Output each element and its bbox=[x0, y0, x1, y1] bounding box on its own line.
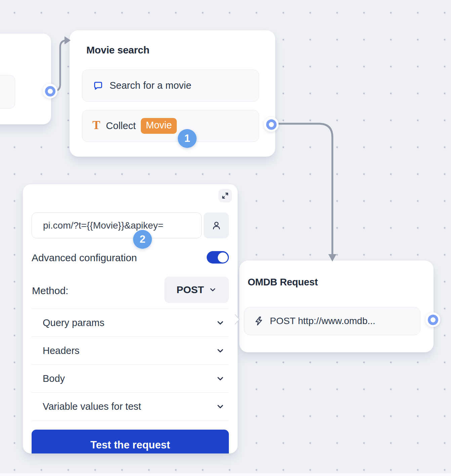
toggle-knob bbox=[218, 252, 228, 263]
text-icon: T bbox=[92, 119, 100, 131]
webhook-settings-panel[interactable]: 2 Advanced configuration Method: POST Qu… bbox=[23, 184, 238, 453]
flow-canvas[interactable]: Movie search Search for a movie T Collec… bbox=[0, 0, 451, 476]
partial-left-node[interactable] bbox=[0, 34, 51, 124]
omdb-request-title: OMDB Request bbox=[248, 277, 318, 288]
port-left-node-output[interactable] bbox=[43, 84, 57, 98]
test-request-button[interactable]: Test the request bbox=[32, 430, 229, 453]
chevron-down-icon bbox=[216, 402, 225, 411]
user-variable-button[interactable] bbox=[204, 212, 229, 238]
expand-icon bbox=[221, 191, 230, 200]
port-ring bbox=[428, 315, 438, 325]
method-label: Method: bbox=[32, 285, 68, 296]
lightning-icon bbox=[253, 316, 264, 326]
partial-left-block[interactable] bbox=[0, 75, 15, 109]
step-badge-2: 2 bbox=[133, 230, 152, 249]
variable-chip-movie[interactable]: Movie bbox=[141, 118, 177, 134]
collect-block[interactable]: T Collect Movie bbox=[82, 110, 259, 142]
person-icon bbox=[211, 220, 222, 231]
expand-button[interactable] bbox=[218, 189, 232, 202]
webhook-block[interactable]: POST http://www.omdb... bbox=[244, 307, 420, 335]
method-value: POST bbox=[176, 284, 204, 295]
section-variable-values[interactable]: Variable values for test bbox=[32, 393, 229, 421]
chevron-down-icon bbox=[216, 374, 225, 383]
connector-left-to-movie-search bbox=[51, 40, 67, 91]
advanced-configuration-label: Advanced configuration bbox=[32, 252, 137, 264]
port-movie-search-output[interactable] bbox=[264, 117, 279, 132]
section-label: Headers bbox=[43, 345, 80, 356]
panel-sections: Query params Headers Body Variable value… bbox=[32, 309, 229, 421]
chevron-down-icon bbox=[216, 318, 225, 327]
omdb-request-node[interactable]: OMDB Request POST http://www.omdb... bbox=[239, 261, 434, 352]
port-ring bbox=[266, 119, 277, 130]
chevron-down-icon bbox=[209, 286, 217, 294]
port-omdb-output[interactable] bbox=[425, 312, 440, 327]
question-block[interactable]: Search for a movie bbox=[82, 70, 259, 102]
collect-block-label: Collect bbox=[106, 120, 136, 131]
method-dropdown[interactable]: POST bbox=[164, 277, 229, 303]
webhook-block-label: POST http://www.omdb... bbox=[270, 316, 375, 326]
port-ring bbox=[45, 86, 55, 96]
section-headers[interactable]: Headers bbox=[32, 337, 229, 365]
section-label: Body bbox=[43, 373, 65, 384]
section-label: Variable values for test bbox=[43, 401, 141, 412]
question-block-label: Search for a movie bbox=[110, 80, 191, 91]
bottom-card-edge bbox=[0, 473, 451, 476]
advanced-configuration-toggle[interactable] bbox=[207, 251, 229, 264]
url-input[interactable] bbox=[32, 212, 202, 238]
step-badge-1: 1 bbox=[178, 129, 197, 148]
movie-search-node[interactable]: Movie search Search for a movie T Collec… bbox=[70, 30, 275, 157]
section-query-params[interactable]: Query params bbox=[32, 309, 229, 337]
movie-search-title: Movie search bbox=[86, 44, 150, 56]
section-body[interactable]: Body bbox=[32, 365, 229, 393]
chevron-down-icon bbox=[216, 346, 225, 355]
chat-bubble-icon bbox=[92, 80, 104, 91]
section-label: Query params bbox=[43, 317, 105, 328]
connector-movie-search-to-omdb bbox=[278, 124, 332, 255]
